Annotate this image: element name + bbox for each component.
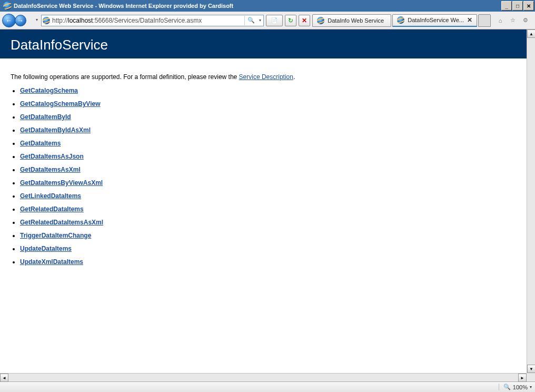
- command-bar: ⌂ ☆ ⚙: [493, 16, 533, 25]
- close-window-button[interactable]: ✕: [523, 1, 534, 11]
- scroll-track[interactable]: [527, 38, 535, 365]
- page-body: The following operations are supported. …: [0, 58, 527, 280]
- toolbar: ▾ http://localhost:56668/Services/DataIn…: [0, 12, 535, 30]
- tab-close-button[interactable]: ✕: [467, 16, 472, 24]
- tab-0[interactable]: DataInfo Web Service: [312, 14, 391, 27]
- window-buttons: _ □ ✕: [501, 1, 534, 11]
- operation-item: GetDataItemsByViewAsXml: [20, 179, 516, 187]
- operation-item: GetDataItemsAsXml: [20, 166, 516, 173]
- page-title: DataInfoService: [11, 37, 516, 53]
- nav-buttons: ▾: [2, 13, 32, 28]
- vertical-scrollbar[interactable]: ▲ ▼: [527, 30, 535, 373]
- ie-app-icon: [3, 2, 12, 10]
- page-content: DataInfoService The following operations…: [0, 30, 527, 373]
- intro-pre: The following operations are supported. …: [11, 73, 239, 81]
- tab-bar: DataInfo Web Service DataInfoService We.…: [312, 14, 491, 27]
- operation-link[interactable]: GetCatalogSchema: [20, 87, 78, 94]
- minimize-button[interactable]: _: [501, 1, 512, 11]
- tab-1[interactable]: DataInfoService We... ✕: [392, 14, 477, 27]
- nav-history-dropdown[interactable]: ▾: [36, 17, 38, 22]
- operation-link[interactable]: TriggerDataItemChange: [20, 232, 91, 239]
- operations-list: GetCatalogSchema GetCatalogSchemaByView …: [20, 87, 516, 266]
- scroll-track[interactable]: [8, 374, 518, 381]
- operation-link[interactable]: GetRelatedDataItemsAsXml: [20, 219, 103, 226]
- operation-item: GetLinkedDataItems: [20, 192, 516, 200]
- viewport: DataInfoService The following operations…: [0, 30, 535, 381]
- tab-ie-icon: [397, 16, 404, 24]
- maximize-button[interactable]: □: [512, 1, 523, 11]
- titlebar-left: DataInfoService Web Service - Windows In…: [1, 2, 233, 10]
- tab-ie-icon: [317, 17, 324, 24]
- operation-item: GetDataItemByIdAsXml: [20, 126, 516, 134]
- operation-item: UpdateDataItems: [20, 245, 516, 252]
- forward-button[interactable]: [15, 15, 26, 26]
- refresh-button[interactable]: ↻: [285, 15, 296, 26]
- page-ie-icon: [43, 17, 50, 24]
- operation-link[interactable]: GetRelatedDataItems: [20, 205, 84, 213]
- favorites-icon[interactable]: ☆: [509, 16, 517, 25]
- service-banner: DataInfoService: [0, 30, 527, 58]
- operation-item: TriggerDataItemChange: [20, 232, 516, 239]
- operation-link[interactable]: GetDataItemsAsXml: [20, 166, 81, 173]
- url-host: localhost: [68, 17, 93, 24]
- operation-item: GetCatalogSchemaByView: [20, 100, 516, 107]
- tools-gear-icon[interactable]: ⚙: [521, 16, 530, 25]
- stop-button[interactable]: ✕: [299, 15, 310, 26]
- url-prefix: http://: [52, 17, 68, 24]
- search-icon[interactable]: 🔍: [244, 16, 257, 25]
- tab-label: DataInfoService We...: [408, 17, 464, 23]
- intro-text: The following operations are supported. …: [11, 73, 516, 81]
- operation-link[interactable]: GetDataItemsByViewAsXml: [20, 179, 103, 187]
- status-bar: 🔍 100% ▾: [0, 381, 535, 392]
- operation-link[interactable]: GetDataItems: [20, 140, 61, 147]
- address-right: 🔍 ▾: [244, 16, 262, 25]
- operation-link[interactable]: GetDataItemById: [20, 113, 71, 121]
- operation-link[interactable]: UpdateDataItems: [20, 245, 72, 252]
- window-title: DataInfoService Web Service - Windows In…: [14, 3, 233, 9]
- arrow-left-icon: [6, 17, 12, 24]
- compatibility-button[interactable]: 📄: [266, 15, 283, 26]
- zoom-dropdown-icon[interactable]: ▾: [530, 385, 532, 389]
- scroll-up-button[interactable]: ▲: [527, 30, 535, 38]
- tab-label: DataInfo Web Service: [328, 17, 384, 24]
- operation-link[interactable]: GetLinkedDataItems: [20, 192, 81, 200]
- operation-item: GetCatalogSchema: [20, 87, 516, 94]
- scroll-right-button[interactable]: ►: [518, 374, 527, 382]
- address-bar[interactable]: http://localhost:56668/Services/DataInfo…: [41, 15, 264, 26]
- operation-item: GetDataItemsAsJson: [20, 153, 516, 160]
- home-icon[interactable]: ⌂: [496, 16, 504, 25]
- search-dropdown[interactable]: ▾: [259, 18, 262, 23]
- operation-item: GetDataItems: [20, 140, 516, 147]
- scroll-corner: [527, 373, 535, 381]
- scroll-down-button[interactable]: ▼: [527, 365, 535, 373]
- operation-link[interactable]: GetCatalogSchemaByView: [20, 100, 101, 107]
- url-path: :56668/Services/DataInfoService.asmx: [93, 17, 202, 24]
- operation-item: GetRelatedDataItemsAsXml: [20, 219, 516, 226]
- service-description-link[interactable]: Service Description: [239, 73, 293, 81]
- window-titlebar: DataInfoService Web Service - Windows In…: [0, 0, 535, 12]
- new-tab-button[interactable]: [478, 14, 491, 27]
- arrow-right-icon: [17, 17, 24, 24]
- operation-item: GetRelatedDataItems: [20, 205, 516, 213]
- intro-post: .: [293, 73, 295, 81]
- operation-link[interactable]: UpdateXmlDataItems: [20, 258, 83, 266]
- operation-link[interactable]: GetDataItemsAsJson: [20, 153, 84, 160]
- back-button[interactable]: [2, 14, 16, 27]
- operation-item: UpdateXmlDataItems: [20, 258, 516, 266]
- operation-link[interactable]: GetDataItemByIdAsXml: [20, 126, 91, 134]
- address-text[interactable]: http://localhost:56668/Services/DataInfo…: [52, 17, 242, 24]
- horizontal-scrollbar[interactable]: ◄ ►: [0, 373, 527, 381]
- zoom-control[interactable]: 🔍 100% ▾: [499, 384, 532, 390]
- operation-item: GetDataItemById: [20, 113, 516, 121]
- zoom-value: 100%: [513, 384, 528, 390]
- scroll-left-button[interactable]: ◄: [0, 374, 8, 382]
- zoom-icon: 🔍: [503, 384, 511, 390]
